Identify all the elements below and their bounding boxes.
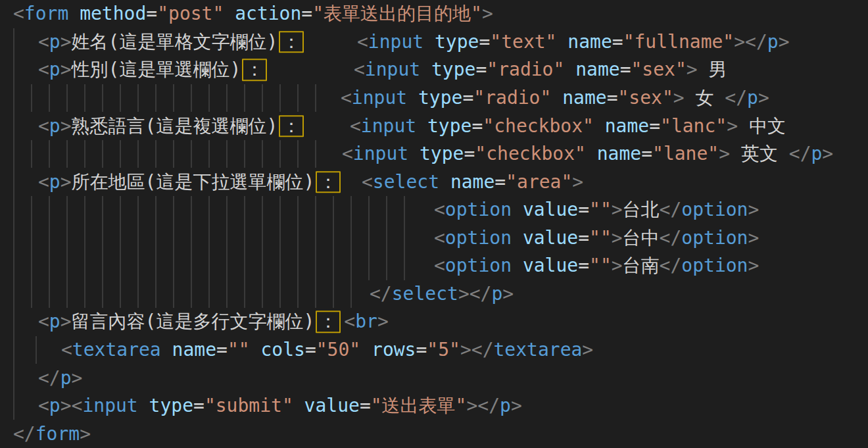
code-line: <p>所在地區(這是下拉選單欄位)：<select name="area"> [0,168,868,196]
code-token-tag: input [352,87,407,109]
indent-guide [315,196,316,224]
code-token-p: < [354,59,365,81]
indent-guide [350,280,352,309]
code-line: <p>熟悉語言(這是複選欄位)：<input type="checkbox" n… [0,112,868,140]
indent-guide [404,196,405,224]
code-token-str: "post" [157,3,224,24]
code-segment: </p> [38,367,82,389]
code-token-p: > [582,339,593,361]
indent-guide [244,140,245,168]
code-token-str: "" [228,339,250,361]
code-token-tag: p [49,115,60,137]
code-token-def: = [416,339,427,361]
indent-guide [49,252,50,280]
code-token-p: < [38,59,49,81]
indent-guide [31,84,32,112]
code-token-p: </ [370,283,392,305]
code-token-p: > [502,283,514,305]
code-token-str: "sex" [617,87,673,109]
code-token-str: "text" [490,31,556,53]
code-token-tag: textarea [494,339,583,361]
code-token-p: > [612,199,623,220]
indent-guide [350,224,352,253]
code-token-p: > [779,31,790,53]
code-token-str: "50" [316,339,360,361]
code-segment: <input type="checkbox" name="lane"> 英文 <… [342,143,833,165]
code-token-def: = [649,115,660,137]
indent-guide [137,252,139,280]
code-token-p: < [72,395,83,416]
indent-guide [66,140,68,168]
code-segment: <p>性別(這是單選欄位)： [38,59,270,82]
indent-guide [66,84,68,112]
code-token-tag: p [60,367,72,389]
code-token-str: "submit" [205,395,293,416]
code-segment: <textarea name="" cols="50" rows="5"></t… [61,339,593,361]
indent-guide [226,280,228,309]
indent-guide [244,252,245,280]
code-token-txt: 所在地區(這是下拉選單欄位) [72,171,315,193]
code-token-p: > [72,367,83,389]
indent-guide [333,196,334,224]
code-token-def: = [301,3,312,24]
indent-guide [173,224,174,253]
indent-guide [120,84,121,112]
code-token-p: > [734,31,745,53]
code-token-tag: option [681,255,748,277]
indent-guide [297,224,299,253]
indent-guide [262,84,263,112]
indent-guide [120,140,121,168]
code-token-def [420,59,431,81]
code-token-attr: cols [260,339,304,361]
code-token-tag: input [365,59,420,81]
code-token-str: "checkbox" [483,115,594,137]
code-token-def: = [464,143,475,164]
code-token-str: "5" [427,339,460,361]
code-token-attr: value [523,227,578,249]
code-line: <input type="checkbox" name="lane"> 英文 <… [0,140,868,168]
code-token-p: < [38,311,49,333]
indent-guide [262,196,263,224]
indent-guide [191,280,192,309]
indent-guide [102,140,103,168]
indent-guide [155,140,157,168]
code-token-p: < [362,171,373,193]
indent-guide [13,112,14,140]
indent-guide [404,224,405,253]
indent-guide [173,140,174,168]
indent-guide [333,252,334,280]
code-token-txt: 女 [685,87,725,109]
code-segment: <option value="">台北</option> [434,199,759,221]
code-editor[interactable]: <form method="post" action="表單送出的目的地"><p… [0,0,868,448]
code-token-p: > [758,87,769,109]
code-token-txt: 中文 [738,115,786,137]
code-token-tag: form [24,3,68,24]
indent-guide [84,280,85,309]
indent-guide [226,84,228,112]
indent-guide [66,196,68,224]
indent-guide [66,280,68,309]
code-line: <textarea name="" cols="50" rows="5"></t… [0,336,868,364]
code-token-attr: name [597,143,641,164]
code-token-def: = [612,31,623,53]
indent-guide [120,252,121,280]
code-token-def [416,115,427,137]
code-token-attr: type [435,31,479,53]
code-token-p: > [511,395,522,416]
code-token-def [512,227,523,249]
unicode-highlight-colon: ： [316,311,341,333]
indent-guide [386,224,387,253]
code-token-def [293,395,304,416]
indent-guide [102,196,103,224]
code-token-tag: input [82,395,137,416]
indent-guide [137,280,139,309]
code-token-p: </ [477,395,500,416]
code-token-def [556,31,567,53]
indent-guide [31,196,32,224]
indent-guide [84,196,85,224]
code-line: <option value="">台北</option> [0,196,868,224]
code-token-tag: select [373,171,439,193]
code-line: <p>姓名(這是單格文字欄位)：<input type="text" name=… [0,28,868,57]
indent-guide [368,224,370,253]
code-token-p: </ [660,199,682,220]
